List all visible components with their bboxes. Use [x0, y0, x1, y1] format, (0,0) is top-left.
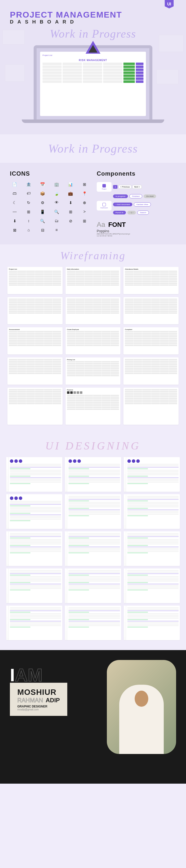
wip-divider: Work in Progress	[0, 137, 186, 160]
chip-punch-in[interactable]: Punch In	[113, 211, 126, 214]
ui-icon: 🏢	[52, 182, 62, 187]
wireframe-mock	[7, 297, 63, 324]
footer-section: IAM MOSHIUR RAHMAN ADIP GRAPHIC DESIGNER…	[0, 650, 186, 784]
alphabet-upper: ABCDEFGHIJKLMNOPQrstuvwxyz	[97, 233, 176, 235]
ui-icon: ☾	[10, 200, 20, 205]
wireframe-mock: Expense	[66, 388, 121, 425]
hero-section: UI PROJECT MANAGEMENT DASHBOARD Work in …	[0, 0, 186, 134]
mini-table	[42, 63, 144, 113]
ui-designing-heading: UI DESIGNING	[0, 435, 186, 457]
brand-label: RISK MANAGEMENT	[42, 59, 144, 62]
ui-icon: 👁	[52, 200, 62, 205]
subtitle: DASHBOARD	[10, 19, 176, 25]
page-prev[interactable]: < Previous	[119, 185, 131, 189]
ui-icon: ↻	[24, 200, 34, 205]
ui-icon: 🔍	[52, 210, 62, 214]
ui-icon: >	[80, 210, 90, 214]
chip-stepper[interactable]: ‹ 1 ›	[127, 211, 136, 214]
ui-icon: ⬇	[66, 200, 75, 205]
ui-design-mock	[65, 531, 121, 566]
page-next[interactable]: Next >	[132, 185, 142, 189]
author-first-name: MOSHIUR	[17, 688, 60, 697]
ui-icon: 📍	[80, 191, 90, 196]
wireframe-mock: Complaint	[123, 327, 179, 354]
i-am-heading: IAM	[10, 665, 176, 685]
wireframe-mock: Pricing List	[66, 358, 121, 385]
ui-design-mock	[65, 494, 121, 529]
nav-label: Project	[99, 188, 110, 190]
status-chip[interactable]: Finished	[129, 194, 142, 198]
ui-icon: ⊘	[66, 219, 75, 223]
ui-icon: 📄	[10, 182, 20, 187]
ui-icon: 🏷	[24, 191, 34, 196]
ui-icon: 📱	[38, 210, 48, 214]
ui-icon: 📊	[66, 182, 75, 187]
components-column: Components Project 1 < Previous Next > D…	[97, 170, 176, 237]
ui-icon: ⊟	[38, 228, 48, 232]
ui-icon: 🗃	[10, 191, 20, 196]
action-chip[interactable]: Kanban View	[134, 203, 151, 207]
author-mid-name: RAHMAN	[17, 697, 43, 704]
person-silhouette-icon	[119, 685, 164, 754]
ui-design-mock	[124, 457, 180, 492]
wireframe-mock	[7, 388, 63, 425]
status-chip[interactable]: In progress	[113, 194, 128, 198]
icons-heading: ICONS	[10, 170, 89, 177]
ui-design-mock	[124, 606, 180, 640]
ui-icon: 💼	[66, 191, 75, 196]
wireframe-mock	[123, 388, 179, 425]
ui-icon: 🍃	[52, 191, 62, 196]
pagination[interactable]: 1 < Previous Next >	[113, 185, 142, 189]
icon-grid: 📄🏦📅🏢📊⊞🗃🏷📦🍃💼📍☾↻⚙👁⬇⊕—⊞📱🔍⊞>⬇↕🔍🗂⊘⊞⊠⌂⊟≡	[10, 182, 89, 232]
ui-design-mock	[65, 568, 121, 603]
ui-icon: ⊠	[10, 228, 20, 232]
wireframe-mock	[123, 358, 179, 385]
mock-title: Announcement	[9, 329, 61, 330]
main-title: PROJECT MANAGEMENT	[10, 10, 176, 20]
ui-design-mock	[6, 494, 62, 529]
nav-label: Dashboard	[99, 207, 110, 209]
mock-title: Expense	[67, 389, 119, 391]
mock-title: Daily Information	[67, 269, 119, 270]
ui-icon: ↕	[24, 219, 34, 223]
author-last-name: ADIP	[45, 697, 60, 704]
ui-design-mock	[124, 494, 180, 529]
nav-card-dashboard[interactable]: Dashboard	[97, 201, 112, 211]
mock-title: Complaint	[125, 329, 177, 330]
ui-design-mock	[65, 457, 121, 492]
ui-icon: 📅	[38, 182, 48, 187]
ui-icon: ⊕	[80, 200, 90, 205]
laptop-screen: Project List RISK MANAGEMENT	[40, 52, 146, 116]
wireframe-mock: Announcement	[7, 327, 63, 354]
ui-icon: ⊞	[24, 210, 34, 214]
author-role: GRAPHIC DESIGNER	[17, 705, 60, 708]
nav-card-project[interactable]: Project	[97, 182, 112, 192]
wireframe-mock	[66, 297, 121, 324]
wireframe-mock: Attendance Details	[123, 267, 179, 294]
wireframing-heading: Wireframing	[0, 244, 186, 267]
ui-icon: 🏦	[24, 182, 34, 187]
ui-icon: ≡	[52, 228, 62, 232]
ui-design-mock	[6, 568, 62, 603]
mock-title: Create Employee	[67, 329, 119, 330]
page-current[interactable]: 1	[113, 185, 118, 189]
font-heading: FONT	[108, 221, 126, 228]
action-chip[interactable]: + Add document	[113, 203, 132, 206]
screen-title: Project List	[42, 54, 144, 56]
ui-design-mock	[6, 457, 62, 492]
icons-column: ICONS 📄🏦📅🏢📊⊞🗃🏷📦🍃💼📍☾↻⚙👁⬇⊕—⊞📱🔍⊞>⬇↕🔍🗂⊘⊞⊠⌂⊟≡	[10, 170, 89, 237]
author-email: mradip@gmail.com	[17, 708, 60, 711]
ui-design-grid	[0, 457, 186, 650]
ui-icon: ⌂	[24, 228, 34, 232]
status-chip[interactable]: On Hold	[144, 194, 156, 198]
ui-design-mock	[6, 531, 62, 566]
aa-glyph: Aa	[97, 221, 105, 228]
icons-components-section: ICONS 📄🏦📅🏢📊⊞🗃🏷📦🍃💼📍☾↻⚙👁⬇⊕—⊞📱🔍⊞>⬇↕🔍🗂⊘⊞⊠⌂⊟≡…	[0, 163, 186, 244]
chip-search[interactable]: Search	[137, 211, 149, 215]
numbers-sample: 1234567890	[97, 235, 176, 237]
ui-icon: 📦	[38, 191, 48, 196]
components-heading: Components	[97, 170, 176, 177]
ui-icon: ⊞	[66, 210, 75, 214]
ui-design-mock	[6, 606, 62, 640]
ui-icon: 🗂	[52, 219, 62, 223]
